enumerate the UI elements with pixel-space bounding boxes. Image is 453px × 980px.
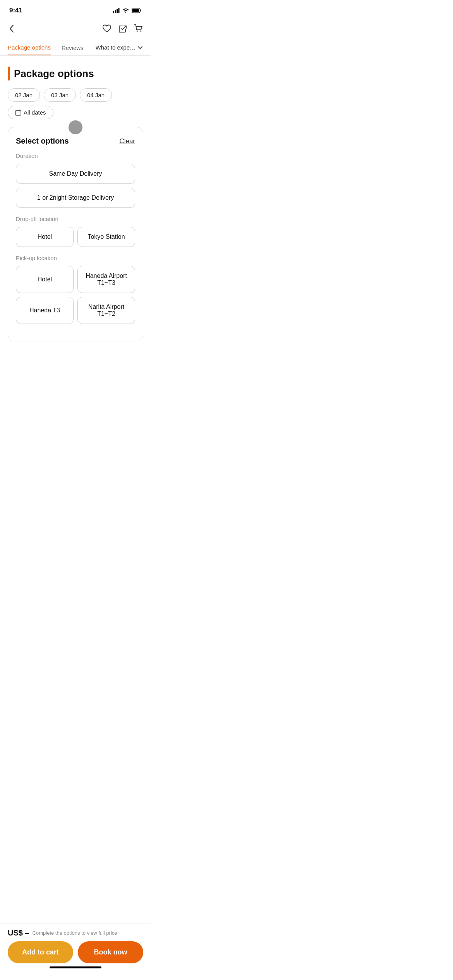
orange-bar-accent — [8, 67, 10, 81]
clear-button[interactable]: Clear — [119, 137, 135, 145]
svg-point-9 — [140, 31, 141, 32]
dropoff-label: Drop-off location — [16, 216, 135, 222]
card-header: Select options Clear — [16, 137, 135, 146]
date-pill-04jan[interactable]: 04 Jan — [80, 88, 112, 102]
date-pill-02jan[interactable]: 02 Jan — [8, 88, 40, 102]
pickup-group: Pick-up location Hotel Haneda Airport T1… — [16, 255, 135, 324]
date-pill-label: 03 Jan — [51, 92, 69, 98]
chevron-down-icon — [137, 45, 143, 51]
tokyo-station-button[interactable]: Tokyo Station — [77, 227, 135, 247]
back-button[interactable] — [8, 22, 15, 35]
date-pill-all-dates[interactable]: All dates — [8, 106, 53, 119]
svg-rect-3 — [118, 8, 120, 13]
battery-icon — [132, 8, 142, 13]
dropoff-group: Drop-off location Hotel Tokyo Station — [16, 216, 135, 247]
duration-label: Duration — [16, 152, 135, 159]
card-title: Select options — [16, 137, 69, 146]
section-title: Package options — [8, 67, 143, 81]
haneda-t3-button[interactable]: Haneda T3 — [16, 297, 74, 324]
duration-group: Duration Same Day Delivery 1 or 2night S… — [16, 152, 135, 208]
header-actions — [102, 23, 143, 33]
select-options-card: Select options Clear Duration Same Day D… — [8, 127, 143, 341]
date-pill-03jan[interactable]: 03 Jan — [44, 88, 76, 102]
signal-icon — [113, 8, 120, 13]
page-title: Package options — [14, 68, 94, 80]
status-time: 9:41 — [9, 7, 22, 14]
cart-icon[interactable] — [134, 23, 143, 33]
calendar-icon — [15, 110, 21, 116]
svg-rect-2 — [117, 9, 118, 13]
svg-point-8 — [137, 31, 138, 32]
same-day-delivery-button[interactable]: Same Day Delivery — [16, 164, 135, 184]
svg-point-4 — [125, 12, 126, 13]
pickup-options: Hotel Haneda Airport T1~T3 Haneda T3 Nar… — [16, 266, 135, 324]
svg-rect-7 — [132, 9, 139, 12]
svg-rect-0 — [113, 11, 114, 13]
wifi-icon — [122, 8, 129, 13]
storage-delivery-button[interactable]: 1 or 2night Storage Delivery — [16, 188, 135, 208]
date-pill-label: All dates — [24, 109, 46, 116]
svg-rect-1 — [115, 10, 116, 14]
tab-what-to-expect: What to expe… — [96, 44, 136, 51]
drag-handle[interactable] — [69, 120, 82, 134]
wishlist-icon[interactable] — [102, 23, 112, 33]
main-content: Package options 02 Jan 03 Jan 04 Jan All… — [0, 56, 151, 380]
svg-rect-10 — [15, 110, 21, 115]
hotel-pickup-button[interactable]: Hotel — [16, 266, 74, 293]
svg-rect-6 — [141, 10, 142, 12]
status-icons — [113, 8, 142, 13]
date-pill-label: 02 Jan — [15, 92, 33, 98]
status-bar: 9:41 — [0, 0, 151, 19]
duration-options: Same Day Delivery 1 or 2night Storage De… — [16, 164, 135, 208]
tab-bar: Package options Reviews What to expe… — [0, 39, 151, 56]
narita-t1t2-button[interactable]: Narita Airport T1~T2 — [77, 297, 135, 324]
pickup-label: Pick-up location — [16, 255, 135, 261]
tab-package-options[interactable]: Package options — [8, 39, 51, 55]
dropoff-options: Hotel Tokyo Station — [16, 227, 135, 247]
share-icon[interactable] — [118, 23, 127, 33]
date-pill-label: 04 Jan — [87, 92, 105, 98]
tab-more[interactable]: What to expe… — [96, 44, 143, 51]
hotel-dropoff-button[interactable]: Hotel — [16, 227, 74, 247]
date-pills: 02 Jan 03 Jan 04 Jan All dates — [8, 88, 143, 119]
tab-reviews[interactable]: Reviews — [62, 40, 84, 55]
haneda-t1t3-button[interactable]: Haneda Airport T1~T3 — [77, 266, 135, 293]
header-nav — [0, 19, 151, 39]
